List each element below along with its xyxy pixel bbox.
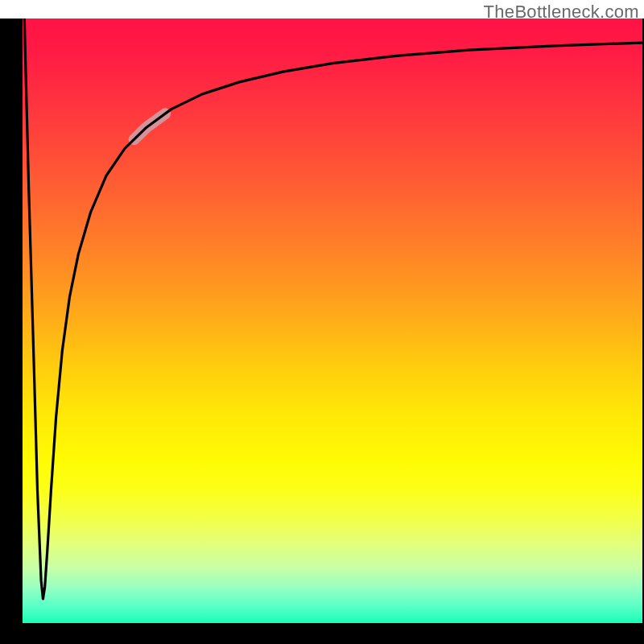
watermark-text: TheBottleneck.com — [484, 2, 639, 23]
chart-frame — [0, 19, 644, 644]
plot-area — [23, 19, 642, 623]
bottleneck-curve — [24, 19, 642, 599]
curve-svg — [23, 19, 642, 623]
chart-container: TheBottleneck.com — [0, 0, 644, 644]
